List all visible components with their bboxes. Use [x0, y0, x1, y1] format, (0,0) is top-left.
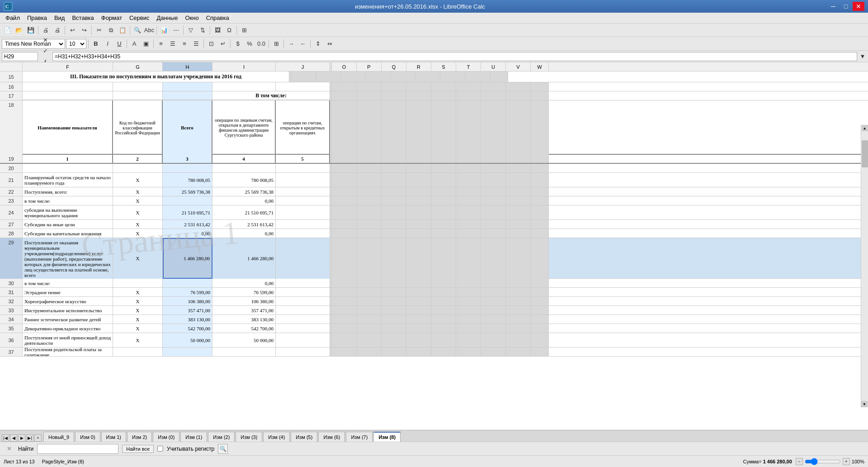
tab-izm4[interactable]: Изм (4): [263, 432, 290, 442]
col-header-h[interactable]: H: [163, 62, 212, 71]
copy-btn[interactable]: ⧉: [105, 25, 116, 36]
cell-i21[interactable]: 780 008,05: [212, 173, 276, 187]
minimize-button[interactable]: ─: [827, 2, 839, 11]
cell-j29[interactable]: [276, 238, 330, 279]
cell-j31[interactable]: [276, 288, 330, 296]
save-btn[interactable]: 💾: [25, 25, 36, 36]
cell-j35[interactable]: [276, 324, 330, 333]
cell-f29[interactable]: Поступления от оказания муниципальным уч…: [23, 238, 113, 279]
cell-i30[interactable]: 0,00: [212, 279, 276, 287]
tab-izm1[interactable]: Изм (1): [180, 432, 207, 442]
col-width-btn[interactable]: ⇔: [324, 38, 335, 49]
col-header-r[interactable]: R: [406, 62, 431, 71]
spell-btn[interactable]: Abc: [144, 25, 155, 36]
cell-j27[interactable]: [276, 220, 330, 229]
cell-h31[interactable]: 76 599,00: [163, 288, 212, 296]
zoom-in-btn[interactable]: +: [843, 458, 850, 465]
find-input[interactable]: [37, 444, 118, 454]
omega-btn[interactable]: Ω: [224, 25, 235, 36]
menu-data[interactable]: Данные: [153, 14, 181, 22]
col-header-j[interactable]: J: [276, 62, 330, 71]
accept-formula-btn[interactable]: ✓: [40, 46, 51, 57]
image-btn[interactable]: 🖼: [212, 25, 223, 36]
col-header-s[interactable]: S: [431, 62, 456, 71]
tab-next-btn[interactable]: ▶: [18, 434, 25, 442]
cell-f32[interactable]: Хореографическое искусство: [23, 297, 113, 305]
cell-g31[interactable]: X: [113, 288, 163, 296]
cell-f21[interactable]: Планируемый остаток средств на начало пл…: [23, 173, 113, 187]
cell-h35[interactable]: 542 700,00: [163, 324, 212, 333]
cell-j36[interactable]: [276, 333, 330, 347]
tab-izm5[interactable]: Изм (5): [291, 432, 317, 442]
cell-f28[interactable]: Субсидии на капитальные вложения: [23, 229, 113, 238]
zoom-slider[interactable]: [805, 459, 841, 464]
bold-btn[interactable]: B: [90, 38, 101, 49]
find-icon-btn[interactable]: 🔍: [218, 444, 228, 454]
menu-format[interactable]: Формат: [98, 14, 126, 22]
align-right-btn[interactable]: ≡: [179, 38, 190, 49]
navigator-btn[interactable]: ⊞: [239, 25, 250, 36]
cell-h24[interactable]: 21 510 695,71: [163, 205, 212, 219]
cell-g23[interactable]: X: [113, 196, 163, 205]
cell-reference-input[interactable]: H29: [2, 52, 38, 61]
cell-i22[interactable]: 25 569 736,38: [212, 187, 276, 196]
cell-g37[interactable]: [113, 348, 163, 356]
cell-h27[interactable]: 2 531 613,42: [163, 220, 212, 229]
cut-btn[interactable]: ✂: [94, 25, 104, 36]
tab-izm2p[interactable]: Изм 2): [127, 432, 152, 442]
cell-i34[interactable]: 383 130,00: [212, 315, 276, 324]
tab-izm0p[interactable]: Изм 0): [75, 432, 100, 442]
cell-j34[interactable]: [276, 315, 330, 324]
maximize-button[interactable]: □: [840, 2, 852, 11]
cell-j24[interactable]: [276, 205, 330, 219]
find-close-btn[interactable]: ✕: [4, 443, 14, 454]
close-button[interactable]: ✕: [853, 2, 864, 11]
cell-h37[interactable]: [163, 348, 212, 356]
col-header-o[interactable]: O: [332, 62, 357, 71]
merge-btn[interactable]: ⊡: [206, 38, 217, 49]
cell-j37[interactable]: [276, 348, 330, 356]
cell-j22[interactable]: [276, 187, 330, 196]
font-color-btn[interactable]: A: [129, 38, 140, 49]
cell-g30[interactable]: [113, 279, 163, 287]
tab-izm2[interactable]: Изм (2): [208, 432, 235, 442]
menu-help[interactable]: Справка: [203, 14, 233, 22]
increase-indent-btn[interactable]: →: [286, 38, 297, 49]
cell-g36[interactable]: X: [113, 333, 163, 347]
highlight-btn[interactable]: ▣: [141, 38, 151, 49]
menu-view[interactable]: Вид: [51, 14, 69, 22]
cell-i28[interactable]: 0,00: [212, 229, 276, 238]
cell-g34[interactable]: X: [113, 315, 163, 324]
find-btn[interactable]: 🔍: [132, 25, 143, 36]
cell-f23[interactable]: в том числе:: [23, 196, 113, 205]
undo-btn[interactable]: ↩: [67, 25, 78, 36]
cell-g32[interactable]: X: [113, 297, 163, 305]
cell-j23[interactable]: [276, 196, 330, 205]
col-header-p[interactable]: P: [357, 62, 382, 71]
font-name-combo[interactable]: Times New Roman: [2, 39, 65, 49]
formula-input[interactable]: =H31+H32+H33+H34+H35: [52, 52, 857, 61]
wrap-btn[interactable]: ↵: [217, 38, 228, 49]
cell-g22[interactable]: X: [113, 187, 163, 196]
menu-tools[interactable]: Сервис: [126, 14, 153, 22]
currency-btn[interactable]: $: [232, 38, 243, 49]
cell-h32[interactable]: 106 380,00: [163, 297, 212, 305]
cell-f34[interactable]: Раннее эстетическое развитие детей: [23, 315, 113, 324]
cell-h33[interactable]: 357 471,00: [163, 306, 212, 315]
cell-f30[interactable]: в том числе:: [23, 279, 113, 287]
italic-btn[interactable]: I: [102, 38, 113, 49]
cell-f15[interactable]: III. Показатели по поступлениям и выплат…: [23, 71, 289, 82]
scroll-thumb[interactable]: [862, 140, 868, 167]
col-header-f[interactable]: F: [23, 62, 113, 71]
borders-btn[interactable]: ⊞: [271, 38, 282, 49]
cell-h21[interactable]: 780 008,05: [163, 173, 212, 187]
cell-i33[interactable]: 357 471,00: [212, 306, 276, 315]
cell-f27[interactable]: Субсидии на иные цели: [23, 220, 113, 229]
new-btn[interactable]: 📄: [2, 25, 13, 36]
cell-f35[interactable]: Декоративно-прикладное искусство: [23, 324, 113, 333]
cell-g33[interactable]: X: [113, 306, 163, 315]
print-btn[interactable]: 🖨: [52, 25, 63, 36]
match-case-checkbox[interactable]: [157, 446, 163, 452]
cell-f37[interactable]: Поступления родительской платы за содерж…: [23, 348, 113, 356]
col-header-w[interactable]: W: [531, 62, 549, 71]
